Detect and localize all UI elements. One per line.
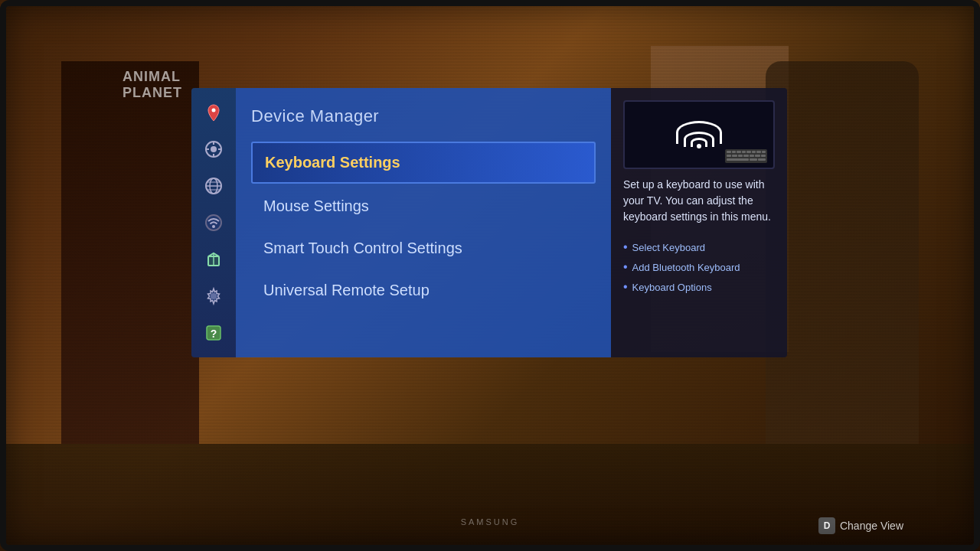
svg-point-0 — [212, 109, 216, 112]
preview-image — [623, 100, 775, 169]
key — [732, 155, 737, 157]
panel-title: Device Manager — [251, 106, 596, 126]
main-panel: Device Manager Keyboard Settings Mouse S… — [236, 88, 611, 357]
key — [727, 155, 731, 157]
key — [762, 151, 766, 153]
key-row-1 — [727, 151, 766, 154]
info-description: Set up a keyboard to use with your TV. Y… — [623, 177, 775, 225]
menu-item-keyboard-settings[interactable]: Keyboard Settings — [251, 142, 596, 184]
tv-frame: ANIMAL PLANET — [0, 0, 980, 551]
menu-item-smart-touch[interactable]: Smart Touch Control Settings — [251, 229, 596, 268]
key — [737, 151, 741, 153]
keyboard-preview — [725, 149, 767, 163]
key — [746, 151, 751, 153]
sidebar-icon-help[interactable]: ? — [198, 318, 229, 348]
key — [756, 151, 761, 153]
bg-left-area — [61, 61, 199, 444]
key — [727, 151, 731, 153]
d-button-icon: D — [818, 517, 835, 534]
info-list-item-select-keyboard: Select Keyboard — [623, 237, 775, 257]
change-view-button[interactable]: D Change View — [818, 517, 903, 534]
sidebar-icon-globe[interactable] — [198, 171, 229, 201]
sidebar-icon-settings-circle[interactable] — [198, 134, 229, 165]
samsung-watermark: SAMSUNG — [461, 517, 520, 527]
key — [750, 155, 754, 157]
key — [752, 151, 756, 153]
info-list-item-keyboard-options: Keyboard Options — [623, 277, 775, 297]
change-view-label: Change View — [840, 520, 903, 532]
key-spacebar — [727, 158, 749, 161]
key — [750, 158, 757, 161]
sidebar: ? — [191, 88, 236, 357]
wifi-icon-preview — [676, 121, 722, 148]
key — [758, 158, 766, 161]
ap-line2: PLANET — [122, 85, 182, 101]
wifi-dot — [697, 144, 701, 148]
key-row-2 — [727, 155, 766, 158]
svg-point-2 — [211, 146, 217, 152]
key — [743, 155, 748, 157]
info-list-item-add-bluetooth: Add Bluetooth Keyboard — [623, 257, 775, 277]
bg-ground — [0, 444, 980, 551]
menu-item-universal-remote[interactable]: Universal Remote Setup — [251, 271, 596, 310]
key-row-3 — [727, 158, 766, 161]
sidebar-icon-network[interactable] — [198, 207, 229, 238]
svg-point-13 — [212, 225, 215, 228]
ap-logo: ANIMAL PLANET — [122, 69, 182, 101]
key — [761, 155, 766, 157]
sidebar-icon-map[interactable] — [198, 97, 229, 128]
sidebar-icon-gear[interactable] — [198, 281, 229, 311]
info-panel: Set up a keyboard to use with your TV. Y… — [611, 88, 787, 357]
ap-line1: ANIMAL — [122, 69, 182, 85]
menu-item-mouse-settings[interactable]: Mouse Settings — [251, 187, 596, 226]
sidebar-icon-box[interactable] — [198, 244, 229, 275]
key — [755, 155, 760, 157]
info-list: Select Keyboard Add Bluetooth Keyboard K… — [623, 237, 775, 297]
bg-figure-right — [766, 61, 919, 444]
key — [738, 155, 743, 157]
ui-overlay: ? Device Manager Keyboard Settings Mouse… — [191, 88, 787, 357]
key — [732, 151, 737, 153]
svg-text:?: ? — [211, 328, 217, 340]
key — [742, 151, 746, 153]
